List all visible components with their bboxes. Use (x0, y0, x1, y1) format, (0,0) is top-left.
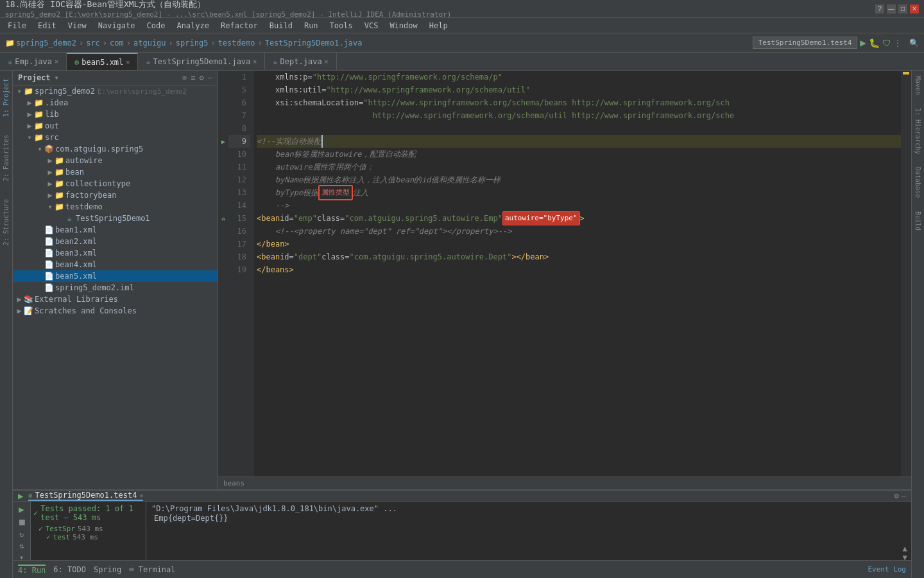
tree-item-bean1[interactable]: 📄 bean1.xml (13, 224, 218, 236)
menu-run[interactable]: Run (299, 20, 323, 31)
side-tab-structure[interactable]: 2: Structure (1, 197, 11, 248)
expand-arrow-lib[interactable]: ▶ (26, 110, 33, 119)
expand-arrow-root[interactable]: ▾ (15, 87, 23, 96)
tree-item-bean2[interactable]: 📄 bean2.xml (13, 236, 218, 247)
menu-build[interactable]: Build (264, 20, 298, 31)
tab-close-bean5[interactable]: ✕ (126, 58, 130, 66)
tab-close-dept[interactable]: ✕ (325, 58, 329, 65)
tree-item-bean4[interactable]: 📄 bean4.xml (13, 259, 218, 270)
tree-item-external-libs[interactable]: ▶ 📚 External Libraries (13, 293, 218, 305)
expand-arrow-bean[interactable]: ▶ (46, 168, 54, 177)
close-button[interactable]: ✕ (910, 4, 919, 13)
run-play-icon[interactable]: ▶ (18, 491, 23, 501)
tree-item-collectiontype[interactable]: ▶ 📁 collectiontype (13, 178, 218, 189)
side-tab-hierarchy[interactable]: 1: Hierarchy (914, 108, 921, 154)
debug-button[interactable]: 🐛 (869, 38, 880, 48)
tree-item-factorybean[interactable]: ▶ 📁 factorybean (13, 189, 218, 201)
tree-item-package[interactable]: ▾ 📦 com.atguigu.spring5 (13, 143, 218, 155)
test-method-item[interactable]: ✓ test 543 ms (33, 533, 143, 541)
run-tab-close[interactable]: ✕ (139, 492, 143, 499)
menu-navigate[interactable]: Navigate (93, 20, 141, 31)
nav-com[interactable]: com (110, 39, 124, 48)
settings-icon[interactable]: ⚙ (200, 73, 204, 82)
nav-testspring5demo1[interactable]: TestSpring5Demo1.java (265, 39, 363, 48)
hide-panel-icon[interactable]: — (208, 73, 212, 82)
expand-arrow-factorybean[interactable]: ▶ (46, 191, 54, 200)
test-suite-item[interactable]: ✓ TestSpr 543 ms (33, 525, 143, 533)
menu-file[interactable]: File (3, 20, 31, 31)
expand-arrow-extlibs[interactable]: ▶ (15, 295, 23, 304)
menu-code[interactable]: Code (142, 20, 171, 31)
coverage-button[interactable]: 🛡 (882, 38, 891, 48)
tab-emp-java[interactable]: ☕ Emp.java ✕ (0, 53, 67, 70)
menu-window[interactable]: Window (384, 20, 422, 31)
nav-spring5-demo2[interactable]: 📁spring5_demo2 (5, 39, 76, 48)
tree-item-lib[interactable]: ▶ 📁 lib (13, 109, 218, 120)
maximize-button[interactable]: □ (898, 4, 907, 13)
menu-view[interactable]: View (63, 20, 92, 31)
event-log-link[interactable]: Event Log (868, 565, 906, 574)
expand-arrow-scratches[interactable]: ▶ (15, 306, 23, 315)
run-button[interactable]: ▶ (860, 37, 866, 49)
tab-bean5-xml[interactable]: ⚙ bean5.xml ✕ (67, 53, 138, 70)
menu-analyze[interactable]: Analyze (171, 20, 214, 31)
minimize-button[interactable]: — (887, 4, 896, 13)
side-tab-project[interactable]: 1: Project (1, 76, 11, 119)
tree-item-src[interactable]: ▾ 📁 src (13, 132, 218, 143)
code-content[interactable]: xmlns:p = "http://www.springframework.or… (254, 71, 901, 477)
bottom-tab-todo[interactable]: 6: TODO (53, 565, 86, 574)
menu-vcs[interactable]: VCS (359, 20, 384, 31)
tab-testspring5demo1[interactable]: ☕ TestSpring5Demo1.java ✕ (138, 53, 265, 70)
menu-edit[interactable]: Edit (33, 20, 62, 31)
rerun-button[interactable]: ▶ (19, 504, 24, 514)
collapse-all-icon[interactable]: ≡ (191, 73, 195, 82)
expand-arrow-src[interactable]: ▾ (26, 133, 33, 142)
run-config-selector[interactable]: TestSpring5Demo1.test4 (753, 37, 858, 49)
sidebar-dropdown-icon[interactable]: ▾ (55, 73, 59, 82)
expand-arrow-collectiontype[interactable]: ▶ (46, 179, 54, 188)
nav-src[interactable]: src (86, 39, 100, 48)
sort-button[interactable]: ⇅ (19, 541, 24, 550)
bottom-tab-run[interactable]: 4: Run (18, 565, 46, 575)
nav-spring5[interactable]: spring5 (176, 39, 209, 48)
fold-9[interactable]: ▶ (221, 135, 225, 148)
menu-tools[interactable]: Tools (325, 20, 358, 31)
search-icon[interactable]: 🔍 (909, 39, 919, 48)
stop-button[interactable]: ⏹ (17, 517, 26, 527)
expand-arrow-autowire[interactable]: ▶ (46, 156, 54, 165)
run-hide-icon[interactable]: — (902, 491, 906, 500)
menu-help[interactable]: Help (424, 20, 453, 31)
bottom-tab-terminal[interactable]: ⌨ Terminal (129, 565, 175, 574)
fold-15[interactable]: ♻ (221, 212, 225, 225)
run-settings-icon[interactable]: ⚙ (894, 491, 899, 500)
tree-item-root[interactable]: ▾ 📁 spring5_demo2 E:\work\spring5_demo2 (13, 85, 218, 97)
expand-arrow-testdemo[interactable]: ▾ (46, 202, 54, 211)
tree-item-out[interactable]: ▶ 📁 out (13, 120, 218, 132)
tab-close-emp[interactable]: ✕ (55, 58, 58, 65)
scroll-up-icon[interactable]: ▲ (902, 544, 907, 553)
tree-item-scratches[interactable]: ▶ 📝 Scratches and Consoles (13, 305, 218, 317)
tree-item-testspring5demo1[interactable]: ☕ TestSpring5Demo1 (13, 213, 218, 224)
tree-item-bean5[interactable]: 📄 bean5.xml (13, 270, 218, 282)
nav-atguigu[interactable]: atguigu (133, 39, 166, 48)
expand-arrow-out[interactable]: ▶ (26, 121, 33, 130)
tree-item-bean[interactable]: ▶ 📁 bean (13, 166, 218, 178)
side-tab-database[interactable]: Database (914, 167, 921, 198)
tree-item-autowire[interactable]: ▶ 📁 autowire (13, 155, 218, 166)
rerun-failed-button[interactable]: ↻ (19, 530, 24, 539)
tab-close-test[interactable]: ✕ (253, 58, 257, 65)
tree-item-bean3[interactable]: 📄 bean3.xml (13, 247, 218, 259)
menu-refactor[interactable]: Refactor (216, 20, 263, 31)
expand-arrow-package[interactable]: ▾ (36, 144, 44, 153)
expand-arrow-idea[interactable]: ▶ (26, 98, 33, 107)
more-run-options[interactable]: ⋮ (894, 39, 902, 48)
side-tab-maven[interactable]: Maven (914, 76, 921, 95)
tree-item-idea[interactable]: ▶ 📁 .idea (13, 97, 218, 109)
side-tab-build[interactable]: Build (914, 211, 921, 231)
tree-item-testdemo[interactable]: ▾ 📁 testdemo (13, 201, 218, 213)
tab-dept-java[interactable]: ☕ Dept.java ✕ (265, 53, 336, 70)
tree-item-iml[interactable]: 📄 spring5_demo2.iml (13, 282, 218, 293)
side-tab-favorites[interactable]: 2: Favorites (1, 132, 11, 184)
nav-testdemo[interactable]: testdemo (218, 39, 255, 48)
locate-file-icon[interactable]: ⊙ (182, 73, 187, 82)
